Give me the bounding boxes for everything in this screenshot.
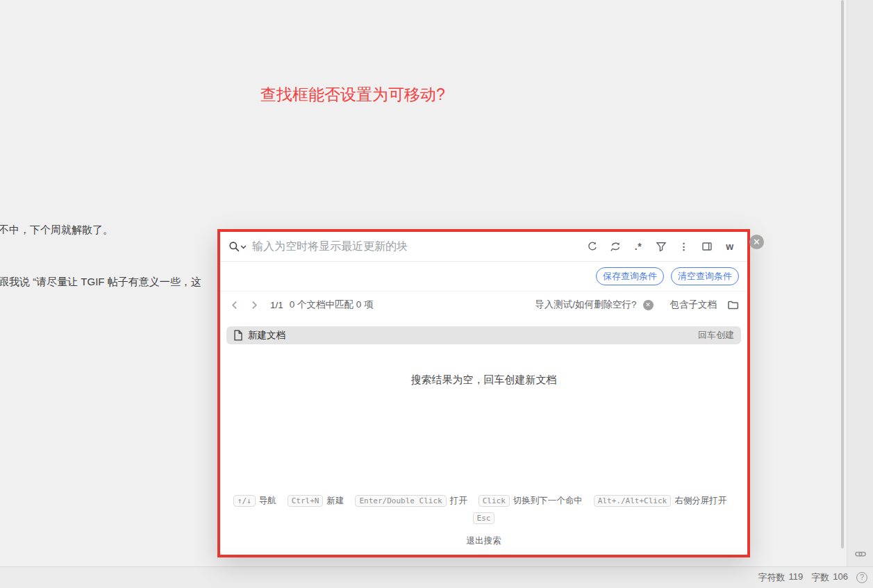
kbd-alt-click: Alt+./Alt+Click xyxy=(594,495,671,507)
kbd-esc: Esc xyxy=(473,512,495,524)
refresh-icon[interactable] xyxy=(583,237,601,255)
status-bar: 字符数 119 字数 106 ? xyxy=(0,566,873,588)
chevron-right-icon[interactable] xyxy=(247,299,260,311)
page-indicator: 1/1 xyxy=(270,300,283,310)
kbd-click: Click xyxy=(479,495,510,507)
char-count: 字符数 119 xyxy=(758,571,804,584)
remove-query-icon[interactable]: ✕ xyxy=(643,300,654,310)
search-bar: .* ⋮ w xyxy=(220,232,747,262)
search-toolbar: .* ⋮ w xyxy=(583,237,739,255)
search-input[interactable] xyxy=(252,240,583,253)
shortcut-label: 打开 xyxy=(450,495,467,507)
vertical-scrollbar[interactable] xyxy=(841,0,844,548)
split-screen-icon[interactable] xyxy=(698,237,716,255)
search-icon xyxy=(228,241,240,253)
editor-paragraph: 不中，下个周就解散了。 xyxy=(0,224,113,237)
editor-paragraph: 跟我说 “请尽量让 TGIF 帖子有意义一些，这 xyxy=(0,276,201,289)
shortcut-label: 退出搜索 xyxy=(467,535,501,547)
search-dialog: .* ⋮ w 保存查询条件 清空查询条件 xyxy=(217,229,750,557)
replace-icon[interactable] xyxy=(606,237,624,255)
regex-icon[interactable]: .* xyxy=(629,237,647,255)
document-icon xyxy=(233,330,243,341)
folder-icon[interactable] xyxy=(727,299,739,311)
new-doc-action: 回车创建 xyxy=(698,329,734,342)
close-icon[interactable]: ✕ xyxy=(749,235,764,249)
word-count-value: 106 xyxy=(833,571,848,584)
more-icon[interactable]: ⋮ xyxy=(675,237,693,255)
word-count-label: 字数 xyxy=(811,571,829,584)
new-doc-row[interactable]: 新建文档 回车创建 xyxy=(226,326,741,344)
criteria-bar: 保存查询条件 清空查询条件 xyxy=(220,262,747,292)
help-icon[interactable]: ? xyxy=(856,572,867,583)
right-gutter xyxy=(847,0,873,566)
char-count-value: 119 xyxy=(789,571,804,584)
shortcut-label: 导航 xyxy=(259,495,276,507)
link-icon[interactable] xyxy=(854,547,867,561)
shortcut-label: 切换到下一个命中 xyxy=(513,495,583,507)
saved-query-label: 导入测试/如何删除空行? xyxy=(535,299,636,311)
kbd-new: Ctrl+N xyxy=(288,495,324,507)
chevron-down-icon xyxy=(240,244,247,250)
clear-criteria-button[interactable]: 清空查询条件 xyxy=(671,267,739,285)
save-criteria-button[interactable]: 保存查询条件 xyxy=(596,267,664,285)
result-nav-bar: 1/1 0 个文档中匹配 0 项 导入测试/如何删除空行? ✕ 包含子文档 xyxy=(220,292,747,318)
page-title: 查找框能否设置为可移动? xyxy=(260,84,445,106)
kbd-nav: ↑/↓ xyxy=(233,495,256,507)
kbd-open: Enter/Double Click xyxy=(355,495,446,507)
char-count-label: 字符数 xyxy=(758,571,785,584)
w-icon[interactable]: w xyxy=(721,237,739,255)
chevron-left-icon[interactable] xyxy=(228,299,241,311)
match-summary: 0 个文档中匹配 0 项 xyxy=(290,299,374,311)
empty-result-message: 搜索结果为空，回车创建新文档 xyxy=(220,373,747,387)
shortcut-label: 右侧分屏打开 xyxy=(674,495,726,507)
shortcut-hints: ↑/↓ 导航 Ctrl+N 新建 Enter/Double Click 打开 C… xyxy=(220,495,747,555)
include-subdocs-label: 包含子文档 xyxy=(670,299,717,311)
shortcut-label: 新建 xyxy=(326,495,344,507)
filter-icon[interactable] xyxy=(652,237,670,255)
new-doc-label: 新建文档 xyxy=(248,329,285,342)
word-count: 字数 106 xyxy=(811,571,848,584)
search-type-dropdown[interactable] xyxy=(228,241,247,253)
